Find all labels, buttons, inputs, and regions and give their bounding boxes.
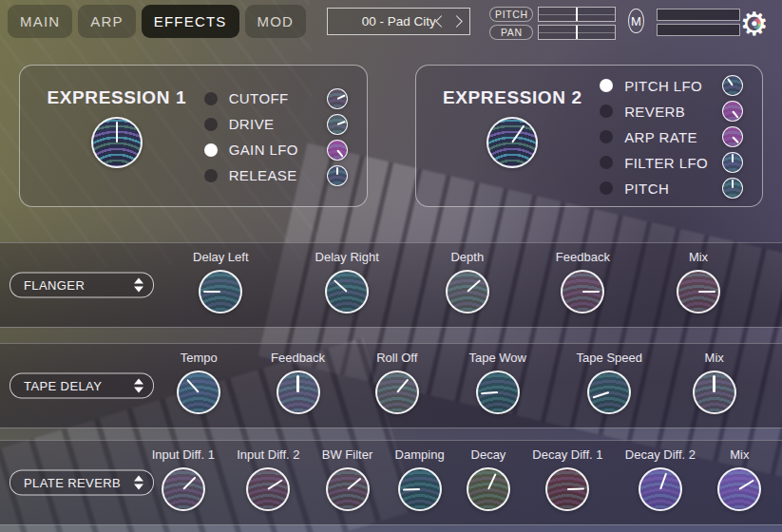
fx-param: Decay Diff. 2 bbox=[625, 447, 696, 521]
knob-pointer bbox=[547, 468, 588, 509]
fx-param-knob[interactable] bbox=[561, 270, 604, 314]
fx-param-knob[interactable] bbox=[325, 270, 369, 314]
preset-next-icon[interactable] bbox=[450, 15, 463, 28]
expression-option-row: FILTER LFO bbox=[600, 152, 743, 173]
expression-option-row: REVERB bbox=[600, 101, 743, 122]
expression-main-knob[interactable] bbox=[91, 117, 143, 168]
fx-type-label: PLATE REVERB bbox=[24, 476, 121, 490]
preset-selector[interactable]: 00 - Pad City bbox=[327, 8, 470, 35]
knob-pointer bbox=[695, 372, 734, 412]
expression-option-row: PITCH bbox=[600, 178, 743, 199]
fx-param-label: Tape Wow bbox=[468, 351, 525, 369]
option-knob[interactable] bbox=[722, 75, 743, 96]
option-label: PITCH bbox=[624, 180, 711, 197]
pitch-slider-handle[interactable] bbox=[576, 8, 578, 21]
fx-param: Feedback bbox=[271, 351, 325, 424]
option-radio[interactable] bbox=[600, 181, 613, 195]
knob-pointer bbox=[635, 464, 686, 515]
fx-knob-area: Delay Left Delay Right Depth Feedback Mi… bbox=[160, 250, 753, 323]
option-knob[interactable] bbox=[327, 114, 348, 135]
option-radio[interactable] bbox=[204, 143, 218, 157]
fx-param-label: Input Diff. 2 bbox=[237, 447, 299, 466]
expression-panel: EXPRESSION 1 CUTOFF DRIVE GAIN LFO RELEA… bbox=[19, 65, 368, 207]
knob-pointer bbox=[325, 112, 350, 137]
fx-row: FLANGER Delay Left Delay Right Depth Fee… bbox=[0, 242, 782, 328]
settings-gear-icon[interactable]: ⚙ bbox=[740, 5, 769, 43]
option-label: FILTER LFO bbox=[624, 155, 711, 171]
fx-row: PLATE REVERB Input Diff. 1 Input Diff. 2… bbox=[0, 440, 782, 525]
preset-prev-icon[interactable] bbox=[435, 15, 448, 28]
knob-pointer bbox=[479, 109, 545, 176]
option-knob[interactable] bbox=[722, 178, 743, 199]
option-label: REVERB bbox=[624, 104, 711, 120]
fx-param-knob[interactable] bbox=[398, 467, 442, 511]
option-radio[interactable] bbox=[600, 104, 613, 118]
fx-param: Mix bbox=[677, 250, 720, 323]
knob-pointer bbox=[324, 86, 349, 110]
fx-type-select[interactable]: TAPE DELAY bbox=[10, 373, 154, 399]
output-meters bbox=[657, 9, 740, 36]
mono-button[interactable]: M bbox=[628, 9, 643, 33]
option-knob[interactable] bbox=[722, 101, 743, 122]
fx-param-knob[interactable] bbox=[246, 467, 290, 511]
expression-title: EXPRESSION 2 bbox=[443, 87, 582, 108]
fx-row: TAPE DELAY Tempo Feedback Roll Off Tape … bbox=[0, 343, 782, 428]
pan-slider[interactable] bbox=[538, 25, 616, 40]
option-radio[interactable] bbox=[204, 92, 218, 105]
pitch-pan-group: PITCH PAN bbox=[489, 7, 616, 40]
fx-param-knob[interactable] bbox=[693, 370, 736, 414]
option-radio[interactable] bbox=[204, 118, 218, 131]
fx-param-knob[interactable] bbox=[545, 467, 589, 511]
expression-options: PITCH LFO REVERB ARP RATE FILTER LFO PIT… bbox=[600, 75, 754, 199]
option-knob[interactable] bbox=[327, 140, 348, 161]
knob-pointer bbox=[171, 364, 227, 420]
expression-option-row: CUTOFF bbox=[204, 88, 348, 109]
option-radio[interactable] bbox=[600, 79, 613, 92]
fx-param-label: Tape Speed bbox=[577, 351, 642, 369]
fx-rows: FLANGER Delay Left Delay Right Depth Fee… bbox=[0, 242, 782, 525]
pitch-slider[interactable] bbox=[538, 7, 616, 22]
fx-param-label: Decay Diff. 2 bbox=[625, 447, 696, 466]
knob-pointer bbox=[723, 179, 742, 198]
knob-pointer bbox=[719, 98, 746, 124]
fx-param-knob[interactable] bbox=[446, 270, 489, 314]
tab[interactable]: ARP bbox=[78, 5, 135, 38]
knob-pointer bbox=[476, 371, 519, 414]
fx-param-knob[interactable] bbox=[199, 270, 242, 314]
tab[interactable]: EFFECTS bbox=[142, 5, 239, 38]
expression-options: CUTOFF DRIVE GAIN LFO RELEASE bbox=[204, 75, 359, 199]
option-label: PITCH LFO bbox=[624, 78, 711, 94]
knob-pointer bbox=[584, 368, 635, 418]
fx-param-knob[interactable] bbox=[476, 370, 520, 414]
fx-param-label: Feedback bbox=[271, 351, 325, 369]
tab[interactable]: MAIN bbox=[8, 5, 72, 38]
tab[interactable]: MOD bbox=[245, 5, 307, 38]
option-radio[interactable] bbox=[204, 169, 218, 182]
pan-slider-handle[interactable] bbox=[576, 26, 578, 39]
fx-type-select[interactable]: FLANGER bbox=[10, 273, 154, 298]
fx-param-knob[interactable] bbox=[587, 370, 631, 414]
fx-param-knob[interactable] bbox=[639, 467, 682, 511]
select-updown-icon bbox=[134, 379, 143, 393]
fx-param-knob[interactable] bbox=[326, 467, 370, 511]
fx-param-knob[interactable] bbox=[277, 370, 320, 414]
expression-left: EXPRESSION 2 bbox=[426, 75, 601, 199]
option-knob[interactable] bbox=[722, 126, 743, 147]
fx-type-select[interactable]: PLATE REVERB bbox=[10, 470, 154, 496]
expression-main-knob[interactable] bbox=[486, 117, 538, 168]
fx-param-knob[interactable] bbox=[162, 467, 205, 511]
fx-param-knob[interactable] bbox=[375, 370, 419, 414]
option-knob[interactable] bbox=[722, 152, 743, 173]
option-knob[interactable] bbox=[327, 88, 348, 109]
fx-param-knob[interactable] bbox=[467, 467, 510, 511]
top-bar: MAIN ARP EFFECTS MOD 00 - Pad City PITCH… bbox=[0, 0, 782, 49]
knob-pointer bbox=[439, 263, 495, 319]
option-knob[interactable] bbox=[327, 165, 348, 186]
fx-param-knob[interactable] bbox=[677, 270, 720, 314]
fx-param-knob[interactable] bbox=[717, 467, 761, 511]
fx-param-knob[interactable] bbox=[177, 370, 220, 414]
option-radio[interactable] bbox=[600, 130, 613, 143]
option-radio[interactable] bbox=[600, 156, 613, 169]
option-label: CUTOFF bbox=[229, 90, 315, 106]
knob-pointer bbox=[93, 119, 141, 166]
